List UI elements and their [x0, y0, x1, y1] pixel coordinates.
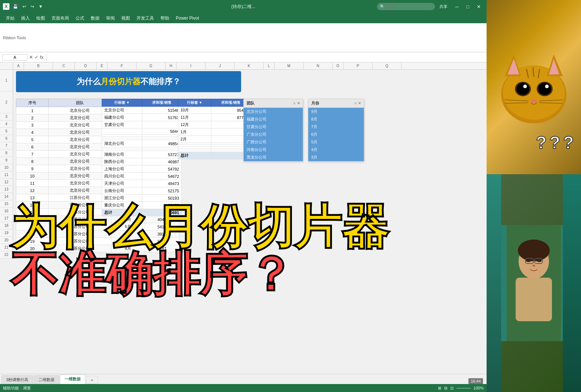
ribbon-menu-item-绘图[interactable]: 绘图	[33, 14, 48, 23]
search-input[interactable]	[377, 3, 435, 10]
col-header-D[interactable]: D	[75, 62, 97, 69]
name-box[interactable]	[2, 54, 28, 61]
pivot-row[interactable]: 四川分公司54672	[102, 173, 182, 180]
pivot2-row[interactable]: 2月	[178, 136, 251, 143]
close-button[interactable]: ✕	[474, 3, 484, 10]
slicer-month-item[interactable]: 3月	[308, 154, 364, 161]
view-normal-icon[interactable]: ⊞	[438, 386, 441, 391]
pivot-row[interactable]: 重庆分公司53155	[102, 202, 182, 209]
tab-2d[interactable]: 二维数据	[34, 375, 59, 384]
pivot-row[interactable]: 湖南分公司53721	[102, 151, 182, 158]
pivot-row[interactable]: 湖北分公司49854	[102, 140, 182, 147]
table-row[interactable]: 18江苏分公司6月3917	[16, 230, 179, 238]
pivot-row[interactable]: 北京分公司51548	[102, 107, 182, 114]
ribbon-menu-item-Power Pivot[interactable]: Power Pivot	[173, 14, 202, 22]
confirm-formula-icon[interactable]: ✓	[34, 54, 38, 60]
slicer-month-item[interactable]: 9月	[308, 108, 364, 115]
row-num-6: 6	[0, 135, 13, 142]
pivot2-row[interactable]: 12月	[178, 121, 251, 128]
slicer-month-item[interactable]: 8月	[308, 115, 364, 123]
pivot-row[interactable]: 福建分公司51763	[102, 114, 182, 121]
col-header-P[interactable]: P	[344, 62, 373, 69]
svg-point-28	[526, 259, 531, 262]
col-header-K[interactable]: K	[235, 62, 264, 69]
pivot2-row[interactable]: 11月87787	[178, 114, 251, 121]
slicer-team-item[interactable]: 北京分公司	[244, 108, 303, 115]
more-icon[interactable]: ▼	[37, 3, 44, 10]
cancel-formula-icon[interactable]: ✕	[29, 54, 33, 60]
col-header-J[interactable]: J	[206, 62, 235, 69]
slicer-month-clear-icon[interactable]: ✕	[358, 101, 361, 105]
maximize-button[interactable]: □	[463, 3, 473, 10]
col-header-N[interactable]: N	[304, 62, 333, 69]
pivot-row[interactable]: 甘肃分公司	[102, 121, 182, 128]
slicer-team-item[interactable]: 甘肃分公司	[244, 123, 303, 131]
col-header-B[interactable]: B	[24, 62, 53, 69]
save-icon[interactable]: 💾	[12, 3, 19, 10]
pivot-row[interactable]: 浙江分公司50193	[102, 195, 182, 202]
col-header-I[interactable]: I	[176, 62, 206, 69]
slicer-month-item[interactable]: 7月	[308, 123, 364, 131]
tab-3sec[interactable]: 3秒调整行高	[1, 375, 33, 384]
pivot-row[interactable]: 5644	[102, 128, 182, 135]
title-bar: X 💾 ↩ ↪ ▼ (待存)二维... 🔍 共享 ─ □ ✕	[0, 0, 487, 13]
ribbon-menu-item-开发工具[interactable]: 开发工具	[134, 14, 157, 23]
share-label[interactable]: 共享	[439, 4, 447, 9]
slicer-team-item[interactable]: 黑龙分公司	[244, 154, 303, 161]
ribbon-menu-item-帮助[interactable]: 帮助	[158, 14, 172, 23]
redo-icon[interactable]: ↪	[29, 3, 35, 10]
slicer-team-item[interactable]: 广东分公司	[244, 131, 303, 138]
pivot-row[interactable]: 天津分公司49473	[102, 180, 182, 187]
col-header-M[interactable]: M	[275, 62, 304, 69]
slicer-team-item[interactable]: 河南分公司	[244, 146, 303, 154]
ribbon-toolbar: Ribbon Tools	[0, 23, 487, 52]
slicer-month-filter-icon[interactable]: ≡	[354, 101, 357, 105]
slicer-team-item[interactable]: 广西分公司	[244, 138, 303, 146]
ribbon-menu-item-开始[interactable]: 开始	[3, 14, 17, 23]
slicer-month-item[interactable]: 5月	[308, 138, 364, 146]
add-sheet-button[interactable]: +	[86, 376, 98, 384]
col-header-H[interactable]: H	[166, 62, 176, 69]
ribbon-menu-item-页面布局[interactable]: 页面布局	[49, 14, 72, 23]
table-row[interactable]: 19江苏分公司7月5968	[16, 238, 179, 245]
slicer-clear-icon[interactable]: ✕	[297, 101, 300, 105]
slicer-filter-icon[interactable]: ≡	[293, 101, 296, 105]
ribbon-menu-item-公式[interactable]: 公式	[73, 14, 87, 23]
slicer-month-item[interactable]: 6月	[308, 131, 364, 138]
table-row[interactable]: 16江苏分公司4月4042	[16, 216, 179, 223]
undo-icon[interactable]: ↩	[21, 3, 27, 10]
view-layout-icon[interactable]: ⊟	[444, 386, 447, 391]
insert-function-icon[interactable]: fx	[40, 54, 44, 60]
ribbon-menu-item-插入[interactable]: 插入	[18, 14, 33, 23]
col-header-G[interactable]: G	[137, 62, 166, 69]
ribbon-menu-item-数据[interactable]: 数据	[88, 14, 102, 23]
slicer-month-item[interactable]: 4月	[308, 146, 364, 154]
table-row[interactable]: 17江苏分公司5月5419	[16, 223, 179, 230]
row-num-19: 19	[0, 229, 13, 237]
col-header-F[interactable]: F	[107, 62, 137, 69]
tab-1d[interactable]: 一维数据	[60, 375, 85, 384]
pivot-row[interactable]: 上海分公司54792	[102, 166, 182, 173]
col-header-E[interactable]: E	[97, 62, 107, 69]
minimize-button[interactable]: ─	[452, 3, 462, 10]
view-page-icon[interactable]: ⊡	[450, 386, 454, 391]
pivot1-col1-header: 行标签 ▼	[102, 99, 142, 107]
table-row[interactable]: 20江苏分公司8月5187	[16, 245, 179, 252]
slicer-team-item[interactable]: 福建分公司	[244, 115, 303, 123]
col-header-L[interactable]: L	[264, 62, 275, 69]
pivot2-row[interactable]: 10月95435	[178, 107, 251, 114]
col-header-Q[interactable]: Q	[373, 62, 402, 69]
col-header-C[interactable]: C	[53, 62, 75, 69]
slicer-team[interactable]: 团队 ≡ ✕ 北京分公司 福建分公司 甘肃分公司 广东分公司 广西分公司 河南分…	[243, 99, 303, 162]
row-num-10: 10	[0, 164, 13, 171]
ribbon-menu-item-视图[interactable]: 视图	[118, 14, 133, 23]
svg-rect-27	[516, 278, 552, 321]
col-header-A[interactable]: A	[13, 62, 24, 69]
pivot2-row[interactable]: 1月	[178, 128, 251, 136]
slicer-month[interactable]: 月份 ≡ ✕ 9月 8月 7月 6月 5月 4月 3月	[308, 99, 364, 162]
pivot-row[interactable]: 云南分公司52175	[102, 187, 182, 195]
col-header-O[interactable]: O	[333, 62, 344, 69]
formula-input[interactable]	[50, 55, 484, 60]
pivot-row[interactable]: 陕西分公司46987	[102, 158, 182, 166]
ribbon-menu-item-审阅[interactable]: 审阅	[103, 14, 118, 23]
